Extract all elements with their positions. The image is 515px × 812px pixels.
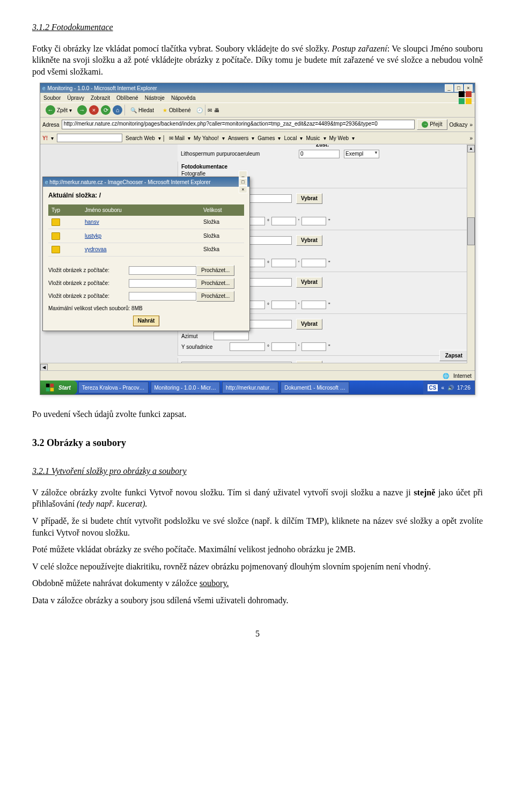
- refresh-icon[interactable]: ⟳: [101, 105, 111, 115]
- sec-input[interactable]: [301, 342, 326, 351]
- scroll-thumb[interactable]: [467, 217, 475, 245]
- scroll-up-icon[interactable]: ▲: [467, 145, 475, 152]
- start-button[interactable]: Start: [40, 381, 77, 394]
- back-button[interactable]: ← Zpět ▾: [42, 104, 75, 116]
- second-label: ": [328, 260, 330, 267]
- yahoo-logo-icon: Y!: [42, 135, 48, 142]
- taskbar-item[interactable]: Monitoring - 1.0.0 - Micr…: [151, 382, 220, 393]
- menu-item[interactable]: Zobrazit: [91, 94, 110, 102]
- folder-link[interactable]: vydrovaa: [85, 246, 107, 252]
- paragraph: V záložce obrázky zvolte funkci Vytvoř n…: [32, 487, 483, 510]
- yahoo-item[interactable]: Music: [306, 135, 320, 142]
- home-icon[interactable]: ⌂: [113, 105, 122, 115]
- lang-indicator[interactable]: CS: [428, 384, 438, 392]
- yahoo-item[interactable]: Games: [258, 135, 275, 142]
- select-button[interactable]: Vybrat: [296, 277, 322, 288]
- browse-button[interactable]: Procházet...: [196, 291, 234, 302]
- popup-maximize[interactable]: □: [239, 178, 247, 186]
- mail-icon[interactable]: ✉: [208, 107, 212, 114]
- sec-input[interactable]: [301, 217, 326, 225]
- second-label: ": [328, 302, 330, 309]
- degree-label: °: [267, 260, 269, 267]
- min-input[interactable]: [271, 217, 296, 225]
- select-button[interactable]: Vybrat: [296, 193, 322, 204]
- yahoo-item[interactable]: My Web: [329, 135, 349, 142]
- insert-label: Vložit obrázek z počítače:: [48, 292, 129, 300]
- min-input[interactable]: [271, 342, 296, 351]
- favorites-button[interactable]: ★ Oblíbené: [159, 105, 194, 116]
- azimut-label: Azimut: [181, 333, 214, 340]
- second-label: ": [328, 343, 330, 351]
- popup-titlebar: e http://merkur.nature.cz - ImageChooser…: [43, 177, 249, 187]
- save-button[interactable]: Zapsat: [439, 350, 468, 362]
- upload-button[interactable]: Nahrát: [133, 316, 160, 326]
- start-label: Start: [58, 384, 71, 392]
- go-button[interactable]: → Přejít: [417, 119, 447, 130]
- azimut-input[interactable]: [214, 332, 249, 340]
- ycoord-input[interactable]: [230, 342, 265, 351]
- file-input[interactable]: [129, 279, 196, 288]
- paragraph: V případě, že si budete chtít vytvořit p…: [32, 515, 483, 538]
- popup-close[interactable]: ×: [239, 186, 247, 193]
- text-italic: Postup zařazení: [332, 44, 387, 53]
- select-button[interactable]: Vybrat: [296, 235, 322, 246]
- min-input[interactable]: [271, 301, 296, 309]
- browse-button[interactable]: Procházet...: [196, 265, 234, 276]
- history-icon[interactable]: 🕘: [196, 107, 203, 114]
- yahoo-item[interactable]: Local: [284, 135, 297, 142]
- unit-dropdown[interactable]: Exempl: [344, 150, 379, 158]
- url-field[interactable]: http://merkur.nature.cz/monitoring/pages…: [62, 120, 415, 129]
- print-icon[interactable]: 🖶: [214, 107, 219, 114]
- horizontal-scrollbar[interactable]: ◀: [40, 363, 467, 371]
- stop-icon[interactable]: ×: [89, 105, 99, 115]
- minute-label: ': [298, 260, 299, 267]
- paragraph: Poté můžete vkládat obrázky ze svého poč…: [32, 544, 483, 555]
- maximize-button[interactable]: □: [454, 84, 463, 92]
- sec-input[interactable]: [301, 259, 326, 267]
- file-input[interactable]: [129, 292, 196, 301]
- window-title: Monitoring - 1.0.0 - Microsoft Internet …: [48, 85, 157, 92]
- search-button[interactable]: 🔍 Hledat: [127, 105, 157, 116]
- taskbar-item[interactable]: Dokument1 - Microsoft …: [281, 382, 349, 393]
- taskbar-item[interactable]: http://merkur.natur…: [222, 382, 278, 393]
- menu-item[interactable]: Oblíbené: [116, 94, 138, 102]
- status-text: Internet: [453, 372, 472, 380]
- links-label[interactable]: Odkazy: [450, 121, 468, 129]
- menu-item[interactable]: Úpravy: [67, 94, 84, 102]
- chevron-icon[interactable]: »: [469, 121, 473, 129]
- file-input[interactable]: [129, 266, 196, 275]
- menu-item[interactable]: Soubor: [43, 94, 61, 102]
- folder-link[interactable]: lustykp: [85, 233, 101, 239]
- value-input[interactable]: 0: [299, 150, 340, 158]
- yahoo-item[interactable]: My Yahoo!: [194, 135, 219, 142]
- vertical-scrollbar[interactable]: ▲: [467, 144, 475, 371]
- minimize-button[interactable]: _: [445, 84, 453, 92]
- volume-icon[interactable]: 🔊: [447, 384, 454, 392]
- close-button[interactable]: ×: [464, 84, 473, 92]
- forward-icon[interactable]: →: [77, 105, 87, 115]
- select-button[interactable]: Vybrat: [296, 319, 322, 330]
- paragraph: Data v záložce obrázky a soubory jsou sd…: [32, 595, 483, 606]
- text-bold: stejně: [414, 488, 435, 497]
- minute-label: ': [298, 343, 299, 351]
- menu-item[interactable]: Nástroje: [145, 94, 165, 102]
- min-input[interactable]: [271, 259, 296, 267]
- popup-minimize[interactable]: _: [239, 171, 247, 178]
- chevron-icon[interactable]: »: [469, 135, 473, 142]
- yahoo-item[interactable]: Search Web: [126, 135, 155, 142]
- section-title: Fotodokumentace: [181, 163, 464, 171]
- menubar: Soubor Úpravy Zobrazit Oblíbené Nástroje…: [40, 93, 475, 103]
- folder-table: Typ Jméno souboru Velikost hansv Složka …: [48, 204, 244, 257]
- search-label: Hledat: [138, 107, 154, 114]
- text: V záložce obrázky zvolte funkci Vytvoř n…: [32, 488, 414, 497]
- browse-button[interactable]: Procházet...: [196, 278, 234, 289]
- taskbar-item[interactable]: Tereza Kralova - Pracov…: [78, 382, 149, 393]
- minute-label: ': [298, 302, 299, 309]
- menu-item[interactable]: Nápověda: [171, 94, 196, 102]
- insert-label: Vložit obrázek z počítače:: [48, 280, 129, 287]
- yahoo-item[interactable]: ✉ Mail: [169, 135, 185, 142]
- sec-input[interactable]: [301, 301, 326, 309]
- folder-link[interactable]: hansv: [85, 219, 99, 225]
- yahoo-search-input[interactable]: [57, 134, 122, 142]
- yahoo-item[interactable]: Answers: [228, 135, 248, 142]
